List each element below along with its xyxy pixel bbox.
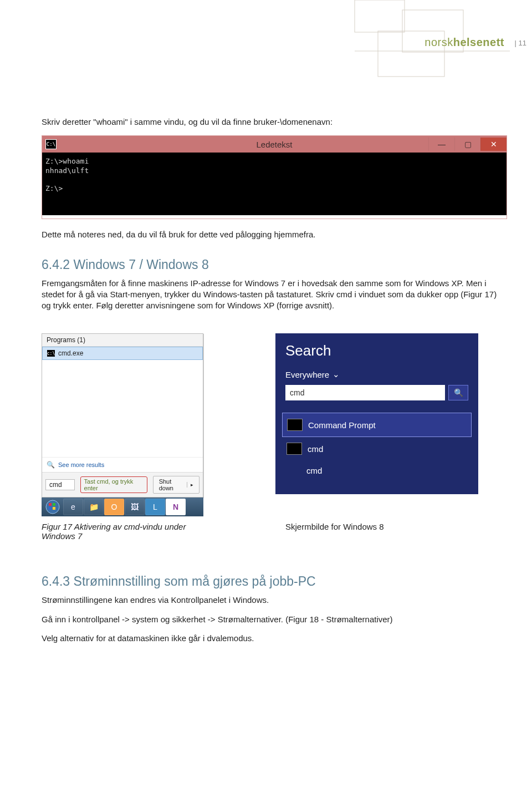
shutdown-arrow-icon: ▸: [187, 482, 193, 488]
chevron-down-icon: ⌄: [332, 369, 340, 379]
page-number: | 11: [515, 39, 526, 47]
svg-rect-8: [53, 507, 55, 510]
paragraph-powersettings-3: Velg alternativ for at datamaskinen ikke…: [42, 633, 507, 644]
search-icon: 🔍: [454, 388, 463, 397]
cmd-titlebar: C:\ Ledetekst — ▢ ✕: [42, 136, 507, 153]
cmd-footer-bar: [42, 215, 507, 219]
svg-rect-6: [53, 503, 55, 506]
win8-result-command-prompt[interactable]: Command Prompt: [282, 413, 472, 437]
cmd-exe-icon: c:\: [47, 350, 55, 357]
win8-caption: Skjermbilde for Windows 8: [285, 522, 441, 541]
cmd-output: Z:\>whoami nhnad\ulft Z:\>: [42, 153, 507, 215]
paragraph-note: Dette må noteres ned, da du vil få bruk …: [42, 229, 507, 240]
win7-taskbar: e 📁 O 🖼 L N: [42, 498, 203, 516]
win8-scope-selector[interactable]: Everywhere ⌄: [285, 369, 468, 379]
taskbar-onenote-icon[interactable]: N: [166, 499, 186, 515]
win7-empty-area: [42, 360, 203, 457]
heading-643: 6.4.3 Strøminnstilling som må gjøres på …: [42, 574, 507, 589]
win7-figure: Programs (1) c:\ cmd.exe 🔍 See more resu…: [42, 333, 203, 516]
win8-search-button[interactable]: 🔍: [448, 385, 468, 400]
cmd-file-icon: [287, 443, 302, 455]
svg-rect-0: [355, 0, 405, 32]
magnifier-icon: 🔍: [47, 461, 55, 469]
win8-search-input[interactable]: cmd: [285, 385, 445, 400]
win7-programs-header: Programs (1): [42, 334, 203, 347]
win7-search-input[interactable]: cmd: [45, 479, 75, 490]
win8-result-cmd-file[interactable]: cmd: [285, 437, 468, 460]
svg-rect-7: [49, 507, 52, 510]
paragraph-intro-whoami: Skriv deretter "whoami" i samme vindu, o…: [42, 116, 507, 128]
taskbar-outlook-icon[interactable]: O: [104, 499, 124, 515]
win7-result-cmd[interactable]: c:\ cmd.exe: [42, 347, 203, 360]
win7-see-more-results[interactable]: 🔍 See more results: [42, 457, 203, 472]
paragraph-powersettings-1: Strøminnstillingene kan endres via Kontr…: [42, 595, 507, 606]
taskbar-ie-icon[interactable]: e: [63, 499, 83, 515]
win7-callout-label: Tast cmd, og trykk enter: [80, 476, 147, 493]
brand-logo: norskhelsenett: [424, 36, 504, 49]
taskbar-lync-icon[interactable]: L: [145, 499, 165, 515]
command-prompt-icon: [287, 419, 303, 431]
taskbar-pictures-icon[interactable]: 🖼: [125, 499, 145, 515]
win7-result-label: cmd.exe: [58, 349, 83, 357]
win7-shutdown-button[interactable]: Shut down ▸: [153, 476, 200, 494]
svg-rect-5: [49, 503, 52, 506]
win8-result-cmd-plain[interactable]: cmd: [285, 460, 468, 481]
heading-642: 6.4.2 Windows 7 / Windows 8: [42, 257, 507, 272]
figure-17-caption: Figur 17 Aktivering av cmd-vindu under W…: [42, 522, 208, 541]
start-button[interactable]: [43, 499, 63, 515]
win8-search-title: Search: [285, 342, 468, 359]
taskbar-explorer-icon[interactable]: 📁: [84, 499, 104, 515]
cmd-window-figure: C:\ Ledetekst — ▢ ✕ Z:\>whoami nhnad\ulf…: [42, 135, 507, 219]
win8-figure: Search Everywhere ⌄ cmd 🔍 Command Prompt: [275, 333, 478, 494]
header-decorative-squares: [244, 0, 510, 100]
cmd-window-title: Ledetekst: [42, 140, 507, 149]
paragraph-win7-instructions: Fremgangsmåten for å finne maskinens IP-…: [42, 278, 507, 312]
paragraph-powersettings-2: Gå inn i kontrollpanel -> system og sikk…: [42, 614, 507, 625]
win7-search-bar: cmd Tast cmd, og trykk enter Shut down ▸: [42, 472, 203, 497]
